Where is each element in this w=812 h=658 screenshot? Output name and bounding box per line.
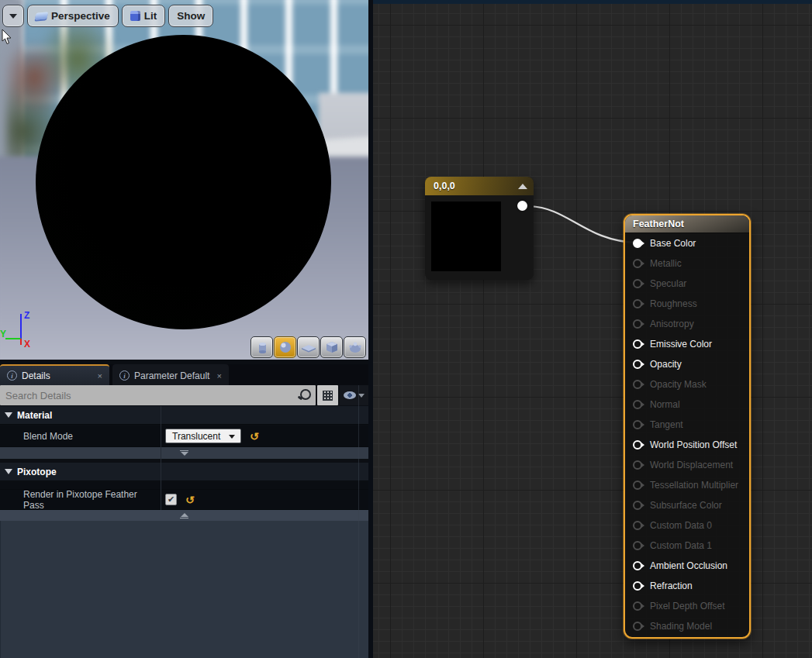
pin-label: Roughness	[650, 298, 697, 309]
details-column-divider[interactable]	[161, 406, 161, 510]
feather-pass-row: Render in Pixotope Feather Pass ✔ ↺	[0, 490, 368, 510]
pin-circle-icon[interactable]	[633, 581, 642, 591]
pin-circle-icon[interactable]	[633, 400, 642, 409]
search-icon	[300, 389, 311, 400]
gizmo-x-label: X	[24, 339, 30, 350]
pin-label: Metallic	[650, 258, 682, 269]
teapot-icon	[347, 340, 363, 354]
tab-parameter-defaults[interactable]: i Parameter Defaults ×	[112, 364, 229, 385]
section-title: Pixotope	[17, 467, 57, 477]
eye-icon	[344, 391, 356, 399]
pin-opacity[interactable]: Opacity	[625, 354, 749, 374]
pin-label: Opacity	[650, 359, 682, 370]
pin-circle-icon[interactable]	[633, 380, 642, 389]
blend-mode-row: Blend Mode Translucent ↺	[0, 425, 368, 447]
pin-ambient-occlusion[interactable]: Ambient Occlusion	[625, 556, 749, 576]
pin-circle-icon[interactable]	[633, 521, 642, 530]
shape-cylinder-button[interactable]	[251, 336, 273, 358]
cube-icon	[325, 340, 339, 354]
pin-label: Refraction	[650, 580, 693, 591]
pin-circle-icon[interactable]	[633, 541, 642, 550]
connection-wire[interactable]	[530, 206, 637, 243]
pin-refraction[interactable]: Refraction	[625, 576, 749, 596]
shape-cube-button[interactable]	[320, 336, 343, 358]
details-scrollbar[interactable]	[358, 385, 359, 658]
pin-circle-icon[interactable]	[633, 239, 642, 248]
pin-circle-icon[interactable]	[633, 440, 642, 450]
tab-details[interactable]: i Details ×	[0, 364, 109, 385]
shape-plane-button[interactable]	[297, 336, 320, 358]
section-header-material[interactable]: Material	[0, 406, 368, 425]
pin-normal[interactable]: Normal	[625, 394, 749, 415]
blend-mode-dropdown[interactable]: Translucent	[165, 429, 241, 443]
constant-node-header[interactable]: 0,0,0	[425, 177, 534, 195]
reset-to-default-icon[interactable]: ↺	[250, 431, 259, 442]
material-advanced-expander[interactable]	[0, 447, 368, 459]
view-options-button[interactable]	[340, 385, 368, 405]
pixotope-collapse-expander[interactable]	[0, 510, 368, 521]
pin-label: Pixel Depth Offset	[650, 601, 725, 611]
perspective-button[interactable]: Perspective	[27, 5, 119, 27]
feather-pass-checkbox[interactable]: ✔	[165, 494, 177, 505]
pin-label: Tessellation Multiplier	[650, 480, 738, 491]
pin-base-color[interactable]: Base Color	[625, 233, 749, 253]
pin-specular[interactable]: Specular	[625, 274, 749, 294]
pin-custom-data-1[interactable]: Custom Data 1	[625, 536, 749, 556]
lit-mode-button[interactable]: Lit	[122, 5, 166, 27]
pin-tessellation-multiplier[interactable]: Tessellation Multiplier	[625, 475, 749, 495]
pin-circle-icon[interactable]	[633, 561, 642, 570]
material-output-node[interactable]: FeatherNot Base ColorMetallicSpecularRou…	[624, 214, 751, 639]
pin-world-displacement[interactable]: World Displacement	[625, 455, 749, 475]
show-button[interactable]: Show	[168, 5, 213, 27]
pin-label: Custom Data 0	[650, 520, 712, 531]
pin-tangent[interactable]: Tangent	[625, 415, 749, 435]
constant-color-node[interactable]: 0,0,0	[425, 177, 534, 280]
pin-roughness[interactable]: Roughness	[625, 294, 749, 314]
pin-circle-icon[interactable]	[633, 279, 642, 288]
perspective-icon	[35, 12, 48, 20]
chevron-up-icon	[181, 513, 188, 517]
search-input[interactable]	[0, 385, 316, 405]
pin-circle-icon[interactable]	[633, 339, 642, 349]
pin-circle-icon[interactable]	[633, 420, 642, 429]
pin-subsurface-color[interactable]: Subsurface Color	[625, 495, 749, 515]
pin-world-position-offset[interactable]: World Position Offset	[625, 435, 749, 455]
pin-circle-icon[interactable]	[633, 299, 642, 308]
close-icon[interactable]: ×	[98, 371, 102, 381]
pin-anisotropy[interactable]: Anisotropy	[625, 314, 749, 334]
shape-sphere-button[interactable]	[274, 336, 296, 358]
pin-circle-icon[interactable]	[633, 501, 642, 510]
output-pin[interactable]	[517, 201, 527, 211]
collapse-triangle-icon[interactable]	[518, 184, 527, 189]
pin-label: Specular	[650, 278, 686, 289]
shape-teapot-button[interactable]	[344, 336, 366, 358]
viewport-options-button[interactable]	[2, 5, 24, 27]
pin-circle-icon[interactable]	[633, 481, 642, 490]
property-matrix-button[interactable]	[317, 385, 338, 405]
pin-circle-icon[interactable]	[633, 360, 642, 369]
section-header-pixotope[interactable]: Pixotope	[0, 463, 368, 481]
pin-circle-icon[interactable]	[633, 622, 642, 631]
material-output-header[interactable]: FeatherNot	[625, 215, 749, 233]
material-preview-viewport[interactable]: Perspective Lit Show Z Y X	[0, 0, 368, 364]
pin-label: World Position Offset	[650, 439, 737, 450]
reset-to-default-icon[interactable]: ↺	[185, 494, 195, 505]
pin-label: Normal	[650, 399, 680, 410]
pin-circle-icon[interactable]	[633, 601, 642, 611]
color-preview-swatch	[431, 202, 501, 271]
pin-custom-data-0[interactable]: Custom Data 0	[625, 515, 749, 536]
pin-opacity-mask[interactable]: Opacity Mask	[625, 374, 749, 394]
pin-circle-icon[interactable]	[633, 460, 642, 470]
section-title: Material	[17, 410, 52, 421]
pin-metallic[interactable]: Metallic	[625, 253, 749, 274]
pin-pixel-depth-offset[interactable]: Pixel Depth Offset	[625, 596, 749, 616]
blend-mode-value: Translucent	[172, 431, 220, 442]
check-icon: ✔	[168, 494, 174, 505]
pin-emissive-color[interactable]: Emissive Color	[625, 334, 749, 354]
pin-circle-icon[interactable]	[633, 319, 642, 329]
mouse-cursor	[1, 29, 13, 46]
material-graph-canvas[interactable]: 0,0,0 FeatherNot Base ColorMetallicSpecu…	[373, 0, 812, 658]
close-icon[interactable]: ×	[217, 371, 222, 381]
pin-shading-model[interactable]: Shading Model	[625, 616, 749, 636]
pin-circle-icon[interactable]	[633, 259, 642, 268]
